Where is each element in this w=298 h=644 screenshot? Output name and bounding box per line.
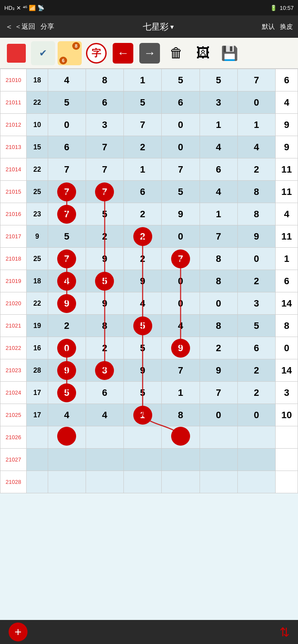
skin-label[interactable]: 换皮: [280, 23, 293, 31]
cell-21010-0: 21010: [0, 69, 27, 91]
char-button[interactable]: 字: [84, 41, 108, 65]
red-circle-number: 3: [95, 361, 114, 380]
status-right: 🔋 10:57: [270, 5, 294, 11]
cell-21016-4: 2: [124, 203, 162, 225]
sort-button[interactable]: ⇅: [280, 625, 289, 639]
cell-21026-8: [276, 426, 298, 449]
nav-right[interactable]: 默认 换皮: [262, 23, 293, 31]
cell-21025-2: 4: [48, 404, 86, 426]
cell-21024-2: 5: [48, 382, 86, 404]
default-label[interactable]: 默认: [262, 23, 275, 31]
check-button[interactable]: ✔: [31, 41, 55, 65]
hd-icon: HD₂: [4, 5, 15, 11]
back-arrow-icon[interactable]: ＜: [5, 21, 13, 32]
table-row: 21021192854858: [0, 315, 298, 337]
cell-21015-5: 5: [162, 181, 200, 203]
cell-21025-8: 10: [276, 404, 298, 426]
cell-21027-7: [237, 449, 275, 471]
cell-21016-1: 23: [27, 203, 48, 225]
cell-21017-1: 9: [27, 225, 48, 248]
save-button[interactable]: 💾: [218, 41, 242, 65]
cell-21021-0: 21021: [0, 315, 27, 337]
cell-21023-6: 9: [200, 359, 237, 382]
cell-21013-1: 15: [27, 136, 48, 158]
cell-21017-2: 5: [48, 225, 86, 248]
right-arrow-button[interactable]: →: [138, 41, 162, 65]
red-circle-number: [57, 427, 76, 446]
trash-button[interactable]: 🗑: [164, 41, 188, 65]
cell-21024-0: 21024: [0, 382, 27, 404]
nav-title[interactable]: 七星彩 ▾: [143, 21, 174, 33]
badge-number-bottom: 6: [59, 57, 67, 64]
cell-21028-7: [237, 471, 275, 493]
cell-21010-8: 6: [276, 69, 298, 91]
cell-21027-4: [124, 449, 162, 471]
nav-back-area[interactable]: ＜ ＜返回 分享: [5, 21, 54, 32]
share-label[interactable]: 分享: [40, 22, 54, 31]
cell-21025-1: 17: [27, 404, 48, 426]
cell-21015-8: 11: [276, 181, 298, 203]
sort-icon: ⇅: [280, 626, 289, 639]
table-row: 21016237529184: [0, 203, 298, 225]
cell-21017-5: 0: [162, 225, 200, 248]
add-button[interactable]: +: [9, 623, 28, 641]
red-square-icon: [7, 44, 26, 63]
cell-21026-7: [237, 426, 275, 449]
cell-21011-8: 4: [276, 91, 298, 114]
cell-21011-5: 6: [162, 91, 200, 114]
cell-21017-4: 2: [124, 225, 162, 248]
cell-21022-3: 2: [86, 337, 123, 359]
cell-21022-6: 2: [200, 337, 237, 359]
cell-21025-4: 1: [124, 404, 162, 426]
cell-21023-8: 14: [276, 359, 298, 382]
table-row: 21012100370119: [0, 114, 298, 136]
red-circle-number: 7: [57, 182, 76, 201]
cell-21016-3: 5: [86, 203, 123, 225]
cell-21013-5: 0: [162, 136, 200, 158]
cell-21023-4: 9: [124, 359, 162, 382]
cell-21014-3: 7: [86, 158, 123, 181]
table-row: 21019184590826: [0, 270, 298, 292]
cell-21024-4: 5: [124, 382, 162, 404]
status-left-icons: HD₂ ✕ ⁴⁶ 📶 📡: [4, 5, 44, 11]
table-row: 21027: [0, 449, 298, 471]
cell-21016-2: 7: [48, 203, 86, 225]
cell-21028-5: [162, 471, 200, 493]
red-square-button[interactable]: [4, 41, 28, 65]
cell-21015-7: 8: [237, 181, 275, 203]
cell-21019-3: 5: [86, 270, 123, 292]
cell-21014-7: 2: [237, 158, 275, 181]
cell-21026-0: 21026: [0, 426, 27, 449]
cell-21010-5: 5: [162, 69, 200, 91]
cell-21021-4: 5: [124, 315, 162, 337]
cell-21012-7: 1: [237, 114, 275, 136]
cell-21018-8: 1: [276, 248, 298, 270]
cell-21012-6: 1: [200, 114, 237, 136]
dropdown-icon[interactable]: ▾: [170, 23, 174, 31]
check-icon: ✔: [39, 48, 47, 59]
cell-21017-7: 9: [237, 225, 275, 248]
badge-button[interactable]: 8 6: [58, 41, 82, 65]
cell-21025-6: 0: [200, 404, 237, 426]
time-display: 10:57: [280, 5, 294, 11]
table-row: 21018257927801: [0, 248, 298, 270]
cell-21010-2: 4: [48, 69, 86, 91]
red-circle-number: 7: [57, 249, 76, 268]
cell-21028-8: [276, 471, 298, 493]
cell-21012-3: 3: [86, 114, 123, 136]
cell-21027-6: [200, 449, 237, 471]
back-label[interactable]: ＜返回: [15, 22, 35, 31]
cell-21022-2: 0: [48, 337, 86, 359]
cell-21012-8: 9: [276, 114, 298, 136]
red-circle-number: 7: [95, 182, 114, 201]
cellular-icon: 📶: [29, 5, 36, 11]
cell-21013-3: 7: [86, 136, 123, 158]
cell-21020-5: 0: [162, 292, 200, 315]
left-arrow-button[interactable]: ←: [111, 41, 135, 65]
cell-21020-0: 21020: [0, 292, 27, 315]
cell-21018-1: 25: [27, 248, 48, 270]
cell-21022-8: 0: [276, 337, 298, 359]
cell-21021-3: 8: [86, 315, 123, 337]
photo-button[interactable]: 🖼: [191, 41, 215, 65]
red-circle-number: 9: [57, 294, 76, 313]
